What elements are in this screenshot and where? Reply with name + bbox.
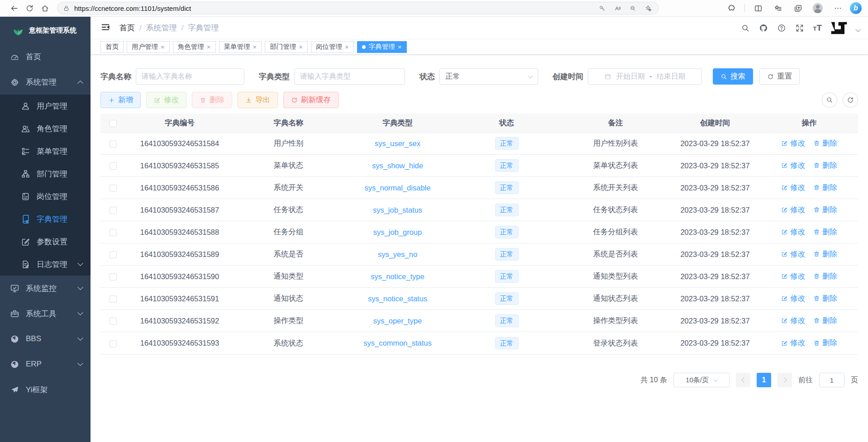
dict-type-link[interactable]: sys_common_status bbox=[363, 339, 431, 347]
extensions-icon[interactable] bbox=[724, 2, 739, 14]
row-checkbox[interactable] bbox=[110, 207, 117, 214]
dict-type-link[interactable]: sys_normal_disable bbox=[365, 184, 431, 192]
split-screen-icon[interactable] bbox=[750, 2, 766, 14]
row-edit-link[interactable]: 修改 bbox=[781, 161, 805, 171]
profile-avatar[interactable] bbox=[810, 2, 825, 14]
tab-post[interactable]: 岗位管理× bbox=[311, 41, 354, 53]
tab-user[interactable]: 用户管理× bbox=[127, 41, 170, 53]
bing-sidebar-icon[interactable]: b bbox=[850, 2, 862, 14]
sidebar-item-monitor[interactable]: 系统监控 bbox=[0, 276, 91, 301]
sidebar-item-bbs[interactable]: BBS bbox=[0, 326, 91, 352]
dict-type-link[interactable]: sys_user_sex bbox=[375, 139, 420, 147]
browser-back-icon[interactable] bbox=[6, 2, 22, 14]
page-size-select[interactable]: 10条/页 bbox=[673, 373, 730, 387]
close-icon[interactable]: × bbox=[161, 43, 165, 51]
row-checkbox[interactable] bbox=[110, 162, 117, 170]
dict-type-link[interactable]: sys_notice_status bbox=[368, 295, 427, 303]
sidebar-item-post[interactable]: 岗位管理 bbox=[0, 185, 91, 208]
close-icon[interactable]: × bbox=[207, 43, 211, 51]
toggle-search-button[interactable] bbox=[822, 92, 837, 108]
sidebar-item-tools[interactable]: 系统工具 bbox=[0, 301, 91, 326]
search-button[interactable]: 搜索 bbox=[713, 68, 753, 85]
search-icon[interactable] bbox=[740, 23, 750, 33]
dict-name-input[interactable] bbox=[136, 68, 244, 85]
row-checkbox[interactable] bbox=[110, 251, 117, 258]
favorites-hub-icon[interactable] bbox=[770, 2, 786, 14]
browser-home-icon[interactable] bbox=[37, 2, 52, 14]
close-icon[interactable]: × bbox=[299, 43, 303, 51]
breadcrumb-home[interactable]: 首页 bbox=[119, 23, 135, 33]
edit-button[interactable]: 修改 bbox=[146, 92, 186, 108]
dict-type-link[interactable]: sys_job_status bbox=[373, 206, 422, 214]
row-edit-link[interactable]: 修改 bbox=[781, 183, 805, 193]
row-delete-link[interactable]: 删除 bbox=[813, 294, 837, 304]
row-delete-link[interactable]: 删除 bbox=[813, 183, 837, 193]
row-edit-link[interactable]: 修改 bbox=[781, 138, 805, 148]
row-edit-link[interactable]: 修改 bbox=[781, 294, 805, 304]
help-icon[interactable] bbox=[777, 23, 787, 33]
row-edit-link[interactable]: 修改 bbox=[781, 227, 805, 237]
date-range-picker[interactable]: 开始日期 - 结束日期 bbox=[588, 68, 702, 85]
zoom-out-icon[interactable] bbox=[625, 2, 640, 14]
dict-type-link[interactable]: sys_notice_type bbox=[371, 272, 424, 280]
row-delete-link[interactable]: 删除 bbox=[813, 205, 837, 215]
dict-type-link[interactable]: sys_show_hide bbox=[372, 162, 423, 170]
row-edit-link[interactable]: 修改 bbox=[781, 338, 805, 348]
row-checkbox[interactable] bbox=[110, 273, 117, 280]
row-delete-link[interactable]: 删除 bbox=[813, 316, 837, 326]
row-edit-link[interactable]: 修改 bbox=[781, 271, 805, 281]
dict-type-link[interactable]: sys_yes_no bbox=[378, 250, 417, 258]
row-edit-link[interactable]: 修改 bbox=[781, 249, 805, 259]
reset-button[interactable]: 重置 bbox=[759, 68, 800, 85]
tab-menu[interactable]: 菜单管理× bbox=[219, 41, 262, 53]
dict-type-link[interactable]: sys_oper_type bbox=[373, 317, 422, 325]
delete-button[interactable]: 删除 bbox=[192, 92, 232, 108]
sidebar-item-user[interactable]: 用户管理 bbox=[0, 95, 91, 117]
sidebar-item-erp[interactable]: ERP bbox=[0, 352, 91, 377]
close-icon[interactable]: × bbox=[345, 43, 349, 51]
address-bar[interactable]: https://ccnetcore.com:1101/system/dict bbox=[57, 2, 659, 14]
tab-dict-active[interactable]: 字典管理× bbox=[357, 41, 407, 53]
row-delete-link[interactable]: 删除 bbox=[813, 138, 837, 148]
tab-home[interactable]: 首页 bbox=[100, 41, 124, 53]
dict-type-link[interactable]: sys_job_group bbox=[373, 228, 422, 236]
dict-type-input[interactable] bbox=[294, 68, 405, 85]
tab-role[interactable]: 角色管理× bbox=[173, 41, 216, 53]
close-icon[interactable]: × bbox=[398, 43, 402, 51]
sidebar-collapse-icon[interactable] bbox=[100, 22, 110, 34]
current-page-button[interactable]: 1 bbox=[757, 373, 771, 387]
status-select[interactable]: 正常 bbox=[439, 68, 538, 85]
refresh-cache-button[interactable]: 刷新缓存 bbox=[283, 92, 339, 108]
row-checkbox[interactable] bbox=[110, 229, 117, 236]
row-delete-link[interactable]: 删除 bbox=[813, 338, 837, 348]
next-page-button[interactable] bbox=[777, 373, 792, 387]
browser-refresh-icon[interactable] bbox=[22, 2, 37, 14]
password-key-icon[interactable] bbox=[594, 2, 610, 14]
tab-dept[interactable]: 部门管理× bbox=[265, 41, 308, 53]
sidebar-item-param[interactable]: 参数设置 bbox=[0, 230, 91, 253]
refresh-table-button[interactable] bbox=[843, 92, 858, 108]
row-checkbox[interactable] bbox=[110, 185, 117, 192]
sidebar-item-system[interactable]: 系统管理 bbox=[0, 69, 91, 95]
read-aloud-icon[interactable] bbox=[610, 2, 625, 14]
sidebar-item-log[interactable]: 日志管理 bbox=[0, 253, 91, 276]
font-size-icon[interactable]: TT bbox=[813, 24, 822, 32]
sidebar-item-dict[interactable]: 字典管理 bbox=[0, 208, 91, 230]
github-icon[interactable] bbox=[758, 23, 768, 33]
sidebar-item-role[interactable]: 角色管理 bbox=[0, 117, 91, 140]
sidebar-item-menu[interactable]: 菜单管理 bbox=[0, 140, 91, 162]
export-button[interactable]: 导出 bbox=[238, 92, 278, 108]
browser-menu-icon[interactable] bbox=[830, 2, 845, 14]
row-checkbox[interactable] bbox=[110, 318, 117, 325]
row-checkbox[interactable] bbox=[110, 140, 117, 147]
row-edit-link[interactable]: 修改 bbox=[781, 205, 805, 215]
select-all-checkbox[interactable] bbox=[110, 120, 117, 127]
add-favorite-icon[interactable] bbox=[640, 2, 656, 14]
row-delete-link[interactable]: 删除 bbox=[813, 271, 837, 281]
close-icon[interactable]: × bbox=[253, 43, 257, 51]
sidebar-item-home[interactable]: 首页 bbox=[0, 44, 91, 69]
yi-framework-logo[interactable] bbox=[830, 21, 848, 35]
add-button[interactable]: 新增 bbox=[100, 92, 141, 108]
row-checkbox[interactable] bbox=[110, 295, 117, 303]
row-checkbox[interactable] bbox=[110, 340, 117, 347]
